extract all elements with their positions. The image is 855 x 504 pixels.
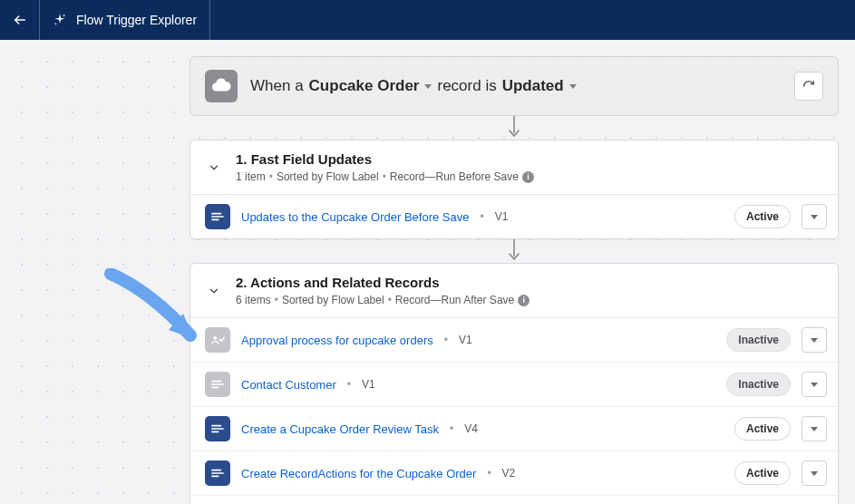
flow-icon bbox=[205, 204, 230, 229]
status-badge: Inactive bbox=[726, 373, 791, 396]
flow-row: Approval process for cupcake orders • V1… bbox=[190, 318, 838, 362]
flow-glyph-icon bbox=[210, 209, 225, 224]
caret-down-icon bbox=[569, 84, 577, 89]
separator: • bbox=[347, 378, 351, 391]
flow-version: V4 bbox=[464, 422, 478, 435]
flow-version: V1 bbox=[362, 378, 375, 391]
trigger-object-picker[interactable]: Cupcake Order bbox=[309, 77, 432, 95]
section-context: Record—Run Before Save bbox=[390, 170, 519, 183]
connector bbox=[189, 239, 839, 263]
flow-glyph-icon bbox=[210, 466, 225, 480]
flow-icon bbox=[205, 460, 230, 486]
section-subtitle: 6 items • Sorted by Flow Label • Record—… bbox=[236, 294, 530, 306]
row-actions-button[interactable] bbox=[802, 327, 827, 353]
section-header: 1. Fast Field Updates 1 item • Sorted by… bbox=[190, 141, 838, 195]
trigger-card: When a Cupcake Order record is Updated bbox=[189, 56, 839, 116]
row-actions-button[interactable] bbox=[802, 204, 827, 229]
caret-down-icon bbox=[811, 215, 818, 219]
section-count: 1 item bbox=[236, 170, 266, 183]
separator: • bbox=[275, 294, 278, 306]
app-title-wrap: Flow Trigger Explorer bbox=[40, 0, 210, 40]
section-rows: Approval process for cupcake orders • V1… bbox=[190, 318, 838, 504]
flow-link[interactable]: Create a Cupcake Order Review Task bbox=[241, 422, 439, 436]
trigger-operation-picker[interactable]: Updated bbox=[502, 77, 577, 95]
caret-down-icon bbox=[811, 427, 818, 431]
caret-down-icon bbox=[811, 471, 818, 476]
caret-down-icon bbox=[424, 84, 432, 89]
section-title: 2. Actions and Related Records bbox=[236, 275, 530, 290]
section-context: Record—Run After Save bbox=[395, 294, 514, 306]
flow-glyph-icon bbox=[210, 422, 225, 436]
chevron-down-icon bbox=[208, 285, 220, 297]
info-icon[interactable]: i bbox=[522, 171, 534, 183]
main-column: When a Cupcake Order record is Updated bbox=[189, 56, 839, 504]
collapse-toggle[interactable] bbox=[203, 280, 225, 302]
trigger-object-label: Cupcake Order bbox=[309, 77, 420, 95]
status-badge: Active bbox=[734, 205, 791, 228]
section-title: 1. Fast Field Updates bbox=[236, 151, 534, 167]
flow-glyph-icon bbox=[210, 377, 225, 392]
flow-version: V1 bbox=[495, 210, 509, 223]
row-actions-button[interactable] bbox=[802, 372, 827, 397]
cloud-icon bbox=[211, 76, 231, 96]
sparkle-icon bbox=[53, 13, 67, 27]
refresh-button[interactable] bbox=[794, 72, 823, 101]
flow-row: Contact Customer • V1 Inactive bbox=[190, 362, 838, 406]
flow-row: Create RecordActions for the Cupcake Ord… bbox=[190, 451, 838, 495]
arrow-left-icon bbox=[13, 13, 27, 27]
flow-version: V1 bbox=[459, 334, 472, 346]
arrow-down-icon bbox=[509, 239, 520, 263]
top-bar: Flow Trigger Explorer bbox=[0, 0, 855, 40]
separator: • bbox=[450, 422, 453, 435]
separator: • bbox=[444, 334, 448, 346]
svg-point-3 bbox=[213, 336, 217, 340]
refresh-icon bbox=[802, 80, 815, 92]
flow-link[interactable]: Approval process for cupcake orders bbox=[241, 334, 433, 347]
back-button[interactable] bbox=[0, 0, 40, 40]
chevron-down-icon bbox=[208, 161, 220, 174]
caret-down-icon bbox=[811, 383, 818, 387]
section-rows: Updates to the Cupcake Order Before Save… bbox=[190, 195, 838, 238]
flow-link[interactable]: Contact Customer bbox=[241, 378, 336, 392]
flow-version: V2 bbox=[502, 467, 516, 480]
flow-link[interactable]: Create RecordActions for the Cupcake Ord… bbox=[241, 467, 476, 480]
section-sort: Sorted by Flow Label bbox=[277, 170, 379, 183]
caret-down-icon bbox=[811, 338, 818, 343]
status-badge: Inactive bbox=[726, 328, 791, 352]
status-badge: Active bbox=[734, 417, 791, 441]
section-sort: Sorted by Flow Label bbox=[282, 294, 384, 306]
status-badge: Active bbox=[734, 461, 791, 485]
arrow-down-icon bbox=[509, 116, 520, 140]
separator: • bbox=[383, 170, 386, 183]
info-icon[interactable]: i bbox=[518, 295, 530, 306]
record-icon bbox=[205, 70, 238, 102]
separator: • bbox=[388, 294, 392, 306]
approval-glyph-icon bbox=[210, 333, 225, 347]
section-actions-related-records: 2. Actions and Related Records 6 items •… bbox=[189, 263, 839, 504]
separator: • bbox=[269, 170, 273, 183]
trigger-when-a: When a bbox=[250, 77, 304, 95]
separator: • bbox=[480, 210, 483, 223]
row-actions-button[interactable] bbox=[802, 460, 827, 486]
flow-icon bbox=[205, 372, 230, 397]
flow-link[interactable]: Updates to the Cupcake Order Before Save bbox=[241, 210, 469, 224]
trigger-operation-label: Updated bbox=[502, 77, 564, 95]
approval-icon bbox=[205, 327, 230, 353]
flow-icon bbox=[205, 416, 230, 441]
trigger-sentence: When a Cupcake Order record is Updated bbox=[250, 77, 794, 95]
section-fast-field-updates: 1. Fast Field Updates 1 item • Sorted by… bbox=[189, 140, 839, 239]
separator: • bbox=[487, 467, 491, 480]
flow-row: Create a Cupcake Order Review Task • V4 … bbox=[190, 406, 838, 451]
section-subtitle: 1 item • Sorted by Flow Label • Record—R… bbox=[236, 170, 534, 183]
section-header: 2. Actions and Related Records 6 items •… bbox=[190, 264, 838, 318]
collapse-toggle[interactable] bbox=[203, 157, 225, 179]
connector bbox=[189, 116, 839, 140]
row-actions-button[interactable] bbox=[802, 416, 827, 441]
flow-row: Send Email • V7 Active bbox=[190, 495, 838, 504]
page-title: Flow Trigger Explorer bbox=[76, 13, 197, 27]
trigger-record-is: record is bbox=[437, 77, 496, 95]
flow-row: Updates to the Cupcake Order Before Save… bbox=[190, 195, 838, 238]
section-count: 6 items bbox=[236, 294, 271, 306]
